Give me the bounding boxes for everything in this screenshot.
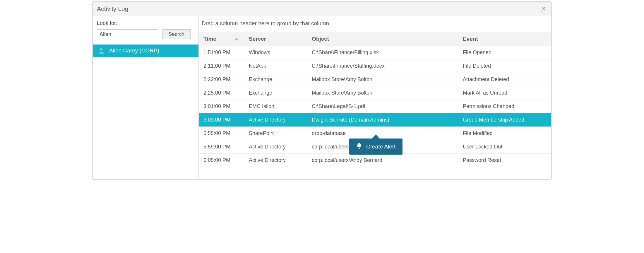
search-input[interactable] [97,29,158,39]
cell-object: Dwight Schrute (Domain Admins) [307,113,458,126]
titlebar: Activity Log ✕ [93,2,551,16]
events-table: Time Server Object Event 1:51:00 PMW [199,32,551,167]
cell-server: Windows [244,46,307,59]
bell-icon [356,143,362,151]
search-button[interactable]: Search [162,29,191,39]
col-header-event-label: Event [463,36,478,42]
cell-object: corp.local/users/Andy Bernard [307,154,458,167]
cell-event: Attachment Deleted [458,73,549,86]
cell-event: Group Membership Added [458,113,549,126]
cell-server: Active Directory [244,140,307,153]
table-row[interactable]: 6:05:00 PMActive Directorycorp.local/use… [199,154,551,167]
cell-server: Active Directory [244,113,307,126]
table-row[interactable]: 3:01:00 PMEMC IsilonC:\Share\Legal\S-1.p… [199,100,551,113]
sidebar-result-item[interactable]: Allen Carey (CORP) [93,45,198,57]
cell-server: SharePoint [244,127,307,140]
cell-object: C:\Share\Finance\Staffing.docx [307,59,458,73]
cell-event: Permissions Changed [458,100,549,113]
col-header-server-label: Server [249,36,266,42]
cell-server: Exchange [244,86,307,100]
cell-time: 2:22:00 PM [199,73,244,86]
col-header-event[interactable]: Event [458,32,549,46]
table-row[interactable]: 1:51:00 PMWindowsC:\Share\Finance\Billin… [199,46,551,59]
cell-event: File Opened [458,46,549,59]
cell-event: File Modified [458,127,549,140]
cell-time: 6:05:00 PM [199,154,244,167]
cell-time: 3:03:00 PM [199,113,244,126]
cell-object: C:\Share\Legal\S-1.pdf [307,100,458,113]
svg-point-1 [359,148,360,149]
search-row: Search [97,29,194,39]
svg-point-0 [100,48,102,50]
sidebar: Look for: Search Allen Carey (CORP) [93,16,199,179]
cell-event: Mark All as Unread [458,86,549,100]
cell-server: Exchange [244,73,307,86]
table-row[interactable]: 2:11:00 PMNetAppC:\Share\Finance\Staffin… [199,59,551,73]
col-header-object[interactable]: Object [307,32,458,46]
cell-object: C:\Share\Finance\Billing.xlsx [307,46,458,59]
cell-server: Active Directory [244,154,307,167]
activity-log-window: Activity Log ✕ Look for: Search Allen Ca [92,1,552,180]
cell-time: 1:51:00 PM [199,46,244,59]
create-alert-popover[interactable]: Create Alert [349,139,402,155]
col-header-object-label: Object [312,36,329,42]
cell-server: NetApp [244,59,307,73]
cell-server: EMC Isilon [244,100,307,113]
cell-object: drop-database [307,127,458,140]
cell-event: Password Reset [458,154,549,167]
cell-time: 5:59:00 PM [199,140,244,153]
search-area: Look for: Search [93,16,198,45]
main-panel: Drag a column header here to group by th… [199,16,551,179]
table-row[interactable]: 2:25:00 PMExchangeMailbox Store\Amy Bolt… [199,86,551,100]
cell-event: File Deleted [458,59,549,73]
cell-time: 2:11:00 PM [199,59,244,73]
user-icon [99,48,104,54]
col-header-server[interactable]: Server [244,32,307,46]
cell-object: Mailbox Store\Amy Bolton [307,73,458,86]
table-header-row: Time Server Object Event [199,32,551,46]
col-header-time-label: Time [203,36,216,42]
group-by-bar[interactable]: Drag a column header here to group by th… [199,16,551,32]
col-header-time[interactable]: Time [199,32,244,46]
window-body: Look for: Search Allen Carey (CORP) Drag… [93,16,551,179]
cell-event: User Locked Out [458,140,549,153]
sidebar-result-label: Allen Carey (CORP) [109,47,159,54]
cell-time: 3:01:00 PM [199,100,244,113]
window-title: Activity Log [97,5,128,12]
cell-time: 2:25:00 PM [199,86,244,100]
table-row[interactable]: 2:22:00 PMExchangeMailbox Store\Amy Bolt… [199,73,551,86]
cell-object: Mailbox Store\Amy Bolton [307,86,458,100]
close-icon[interactable]: ✕ [541,5,547,12]
table-body: 1:51:00 PMWindowsC:\Share\Finance\Billin… [199,46,551,167]
sort-asc-icon [234,37,239,40]
cell-time: 5:55:00 PM [199,127,244,140]
table-row[interactable]: 3:03:00 PMActive DirectoryDwight Schrute… [199,113,551,127]
create-alert-label: Create Alert [366,143,395,150]
lookfor-label: Look for: [97,20,194,26]
